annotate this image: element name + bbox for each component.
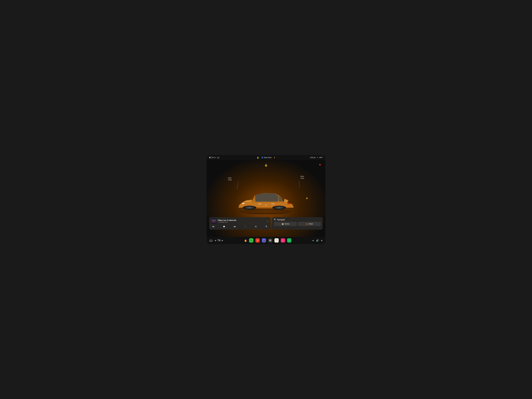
fan-indicator <box>217 157 220 158</box>
volume-right-arrow: ▶ <box>321 239 323 241</box>
svg-point-36 <box>211 241 212 242</box>
work-icon: 💼 <box>306 223 308 225</box>
media-artist: 🎵 Cheap Trick <box>218 221 266 223</box>
media-top: CLASSIC 106.9 I Want You To Want Me 🎵 Ch… <box>211 219 269 224</box>
volume-left-button[interactable]: ◀ <box>312 239 314 242</box>
svg-point-35 <box>210 241 211 242</box>
temp-right-arrow: ▶ <box>222 239 223 241</box>
nav-destination-buttons: 🏠 Home 💼 Work <box>274 222 321 226</box>
spotify-icon: ♫ <box>287 238 291 242</box>
home-label: Home <box>285 223 289 225</box>
taskbar-left: ◀ 74 ▶ <box>209 239 224 242</box>
car-visualization <box>232 183 300 215</box>
camera-icon: 📷 <box>262 238 266 242</box>
easy-entry-status[interactable]: 👤 Easy Entry <box>261 157 272 158</box>
music-icon: ♪ <box>281 238 285 242</box>
bottom-panels: CLASSIC 106.9 I Want You To Want Me 🎵 Ch… <box>209 217 323 230</box>
battery-icon <box>209 157 212 158</box>
notes-button[interactable]: 📋 <box>274 238 279 243</box>
home-button[interactable]: 🏠 Home <box>274 222 297 226</box>
svg-rect-8 <box>271 204 275 204</box>
media-controls: ⏮ ⏹ ⏭ ☆ 🔍 <box>211 225 269 228</box>
next-button[interactable]: ⏭ <box>233 225 236 228</box>
radio-station-label: CLASSIC <box>211 220 216 221</box>
svg-point-26 <box>279 207 280 208</box>
cast-icon[interactable]: ⋯ <box>267 220 269 222</box>
taskbar-right: ◀ 🔊 ▶ <box>312 238 323 242</box>
svg-rect-38 <box>269 240 271 241</box>
svg-point-17 <box>249 207 250 208</box>
status-left: 27% <box>209 157 220 158</box>
notes-icon: 📋 <box>274 238 279 242</box>
equalizer-button[interactable] <box>254 225 257 228</box>
heat-button[interactable]: 🔥 <box>244 238 247 242</box>
media-artist-name: Cheap Trick <box>220 221 228 223</box>
camera-button[interactable]: 📷 <box>261 238 266 243</box>
phone-button[interactable]: 📞 <box>249 238 254 243</box>
open-trunk-callout[interactable]: Open Trunk <box>300 175 304 179</box>
nav-placeholder: Navigate <box>277 219 285 221</box>
svg-point-34 <box>255 227 256 227</box>
temp-up-button[interactable]: ▶ <box>221 239 224 242</box>
phone-icon-circle: 📞 <box>249 238 253 242</box>
status-center: 🔓 👤 Easy Entry ⬇ <box>257 157 275 158</box>
open-frunk-label: Open Frunk <box>228 177 232 181</box>
work-button[interactable]: 💼 Work <box>298 222 321 226</box>
svg-rect-37 <box>269 240 271 240</box>
nav-panel[interactable]: 🔍 Navigate 🏠 Home 💼 Work <box>272 217 323 230</box>
volume-right-button[interactable]: ▶ <box>321 239 323 242</box>
svg-rect-7 <box>258 204 261 204</box>
spotify-button[interactable]: ♫ <box>287 238 292 243</box>
temperature-control: 74 <box>217 239 221 242</box>
svg-rect-39 <box>269 241 271 241</box>
svg-point-32 <box>255 226 256 226</box>
car-lock-icon[interactable]: 🔓 <box>265 164 267 167</box>
temperature-display: 68°F <box>319 157 323 158</box>
time-display: 1:05 pm <box>310 157 316 158</box>
lock-status: 🔓 <box>257 157 259 158</box>
media-title: I Want You To Want Me <box>218 219 266 221</box>
taskbar: ◀ 74 ▶ 🔥 📞 ✕ 📷 <box>207 237 325 244</box>
taskbar-center: 🔥 📞 ✕ 📷 <box>224 238 312 243</box>
menu-button[interactable] <box>268 238 273 243</box>
stop-button[interactable]: ⏹ <box>222 225 226 228</box>
download-status: ⬇ <box>274 157 275 158</box>
radio-badge: CLASSIC 106.9 <box>211 219 216 224</box>
work-label: Work <box>309 223 313 225</box>
nav-search-bar[interactable]: 🔍 Navigate <box>274 219 321 221</box>
temp-down-button[interactable]: ◀ <box>214 239 216 242</box>
open-trunk-label: Open Trunk <box>300 175 304 179</box>
volume-button[interactable]: 🔊 <box>316 238 319 242</box>
search-icon: 🔍 <box>274 219 276 221</box>
weather-icon: ☀ <box>317 157 318 158</box>
battery-indicator: 27% <box>209 157 216 158</box>
status-right: 1:05 pm ☀ 68°F <box>310 157 323 158</box>
music-button[interactable]: ♪ <box>280 238 285 243</box>
crossy-road-icon: ✕ <box>255 238 260 242</box>
prev-button[interactable]: ⏮ <box>212 225 215 228</box>
temp-left-arrow: ◀ <box>215 239 216 241</box>
charge-icon: ⚡ <box>306 197 308 199</box>
car-button[interactable] <box>209 239 213 242</box>
media-panel[interactable]: CLASSIC 106.9 I Want You To Want Me 🎵 Ch… <box>209 217 271 230</box>
status-bar: 27% 🔓 👤 Easy Entry ⬇ <box>207 155 325 160</box>
search-media-button[interactable]: 🔍 <box>265 225 268 228</box>
menu-icon-circle <box>268 238 272 242</box>
svg-rect-2 <box>218 157 219 158</box>
easy-entry-label: Easy Entry <box>264 157 272 158</box>
svg-rect-28 <box>266 204 266 206</box>
volume-left-arrow: ◀ <box>312 239 314 241</box>
navigation-arrow-icon[interactable]: ▲ <box>318 163 321 166</box>
home-icon: 🏠 <box>282 223 284 225</box>
radio-frequency: 106.9 <box>212 221 216 223</box>
battery-percent: 27% <box>213 157 216 158</box>
svg-rect-1 <box>217 157 218 158</box>
favorite-button[interactable]: ☆ <box>244 225 247 228</box>
tesla-screen: 27% 🔓 👤 Easy Entry ⬇ <box>207 155 325 244</box>
main-area: 🔓 ▲ Open Frunk Open Trunk ⚠️ ⚡ <box>207 160 325 237</box>
open-frunk-callout[interactable]: Open Frunk <box>228 177 232 181</box>
crossy-road-button[interactable]: ✕ <box>255 238 260 243</box>
media-info: I Want You To Want Me 🎵 Cheap Trick <box>218 219 266 223</box>
